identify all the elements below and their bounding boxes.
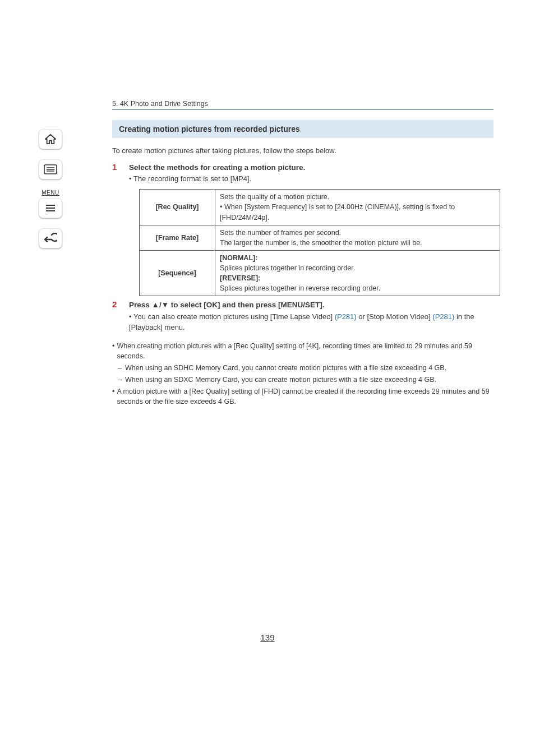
nav-back-button[interactable]	[39, 228, 62, 248]
intro-text: To create motion pictures after taking p…	[112, 146, 494, 156]
nav-menu-button[interactable]: MENU	[39, 190, 62, 218]
page-number[interactable]: 139	[0, 633, 535, 642]
nav-toc-button[interactable]	[39, 159, 62, 179]
nav-home-button[interactable]	[39, 129, 62, 149]
option-desc: Splices pictures together in reverse rec…	[220, 283, 495, 293]
home-icon	[44, 133, 57, 145]
note-item: • A motion picture with a [Rec Quality] …	[112, 386, 494, 408]
section-heading: Creating motion pictures from recorded p…	[112, 120, 494, 138]
bullet: •	[220, 203, 222, 211]
step-number: 1	[112, 162, 122, 297]
steps-list: 1 Select the methods for creating a moti…	[112, 162, 494, 333]
setting-desc: [NORMAL]: Splices pictures together in r…	[215, 250, 500, 296]
notes-block: • When creating motion pictures with a […	[112, 341, 494, 408]
bullet: •	[112, 386, 114, 408]
table-row: [Sequence] [NORMAL]: Splices pictures to…	[140, 250, 500, 296]
desc-line: The larger the number is, the smoother t…	[220, 238, 495, 248]
step-title-text: to select [OK] and then press [MENU/SET]…	[169, 301, 325, 309]
note-text: When using an SDHC Memory Card, you cann…	[125, 363, 446, 374]
step-2: 2 Press ▲/▼ to select [OK] and then pres…	[112, 299, 494, 333]
step-title-arrows: ▲/▼	[152, 301, 169, 309]
setting-desc: Sets the quality of a motion picture. • …	[215, 190, 500, 225]
note-subitem: – When using an SDXC Memory Card, you ca…	[112, 375, 494, 385]
note-item: • When creating motion pictures with a […	[112, 341, 494, 362]
note-text: When using an SDXC Memory Card, you can …	[125, 375, 436, 385]
menu-label: MENU	[41, 190, 59, 196]
desc-line: Sets the quality of a motion picture.	[220, 192, 495, 202]
step-number: 2	[112, 299, 122, 333]
bullet: •	[112, 341, 114, 362]
breadcrumb: 5. 4K Photo and Drive Settings	[112, 100, 494, 110]
note-text: A motion picture with a [Rec Quality] se…	[117, 386, 494, 408]
bullet: •	[129, 174, 132, 183]
step-sub: • You can also create motion pictures us…	[129, 312, 494, 333]
toc-icon	[44, 164, 57, 174]
link-p281[interactable]: (P281)	[432, 312, 454, 321]
desc-text: When [System Frequency] is set to [24.00…	[220, 203, 455, 221]
link-p281[interactable]: (P281)	[335, 312, 357, 321]
step-title: Press ▲/▼ to select [OK] and then press …	[129, 299, 494, 311]
desc-bullet-line: • When [System Frequency] is set to [24.…	[220, 202, 495, 222]
setting-label-frame-rate: [Frame Rate]	[140, 225, 215, 250]
table-row: [Frame Rate] Sets the number of frames p…	[140, 225, 500, 250]
dash: –	[118, 375, 122, 385]
note-subitem: – When using an SDHC Memory Card, you ca…	[112, 363, 494, 374]
sidebar: MENU	[38, 129, 63, 248]
dash: –	[118, 363, 122, 374]
step-title-text: Press	[129, 301, 152, 309]
step-title: Select the methods for creating a motion…	[129, 162, 500, 173]
settings-table: [Rec Quality] Sets the quality of a moti…	[139, 189, 500, 296]
setting-label-sequence: [Sequence]	[140, 250, 215, 296]
option-heading: [REVERSE]:	[220, 273, 495, 283]
back-icon	[44, 233, 57, 244]
step-sub: • The recording format is set to [MP4].	[129, 174, 500, 185]
step-sub-text: You can also create motion pictures usin…	[133, 312, 335, 321]
option-heading: [NORMAL]:	[220, 253, 495, 263]
option-desc: Splices pictures together in recording o…	[220, 263, 495, 273]
note-text: When creating motion pictures with a [Re…	[117, 341, 494, 362]
page-content: 5. 4K Photo and Drive Settings Creating …	[112, 100, 494, 408]
step-1: 1 Select the methods for creating a moti…	[112, 162, 494, 297]
desc-line: Sets the number of frames per second.	[220, 228, 495, 238]
setting-label-rec-quality: [Rec Quality]	[140, 190, 215, 225]
menu-icon	[45, 204, 56, 212]
step-sub-text: The recording format is set to [MP4].	[133, 174, 251, 183]
table-row: [Rec Quality] Sets the quality of a moti…	[140, 190, 500, 225]
bullet: •	[129, 312, 132, 321]
setting-desc: Sets the number of frames per second. Th…	[215, 225, 500, 250]
step-sub-text: or [Stop Motion Video]	[357, 312, 433, 321]
